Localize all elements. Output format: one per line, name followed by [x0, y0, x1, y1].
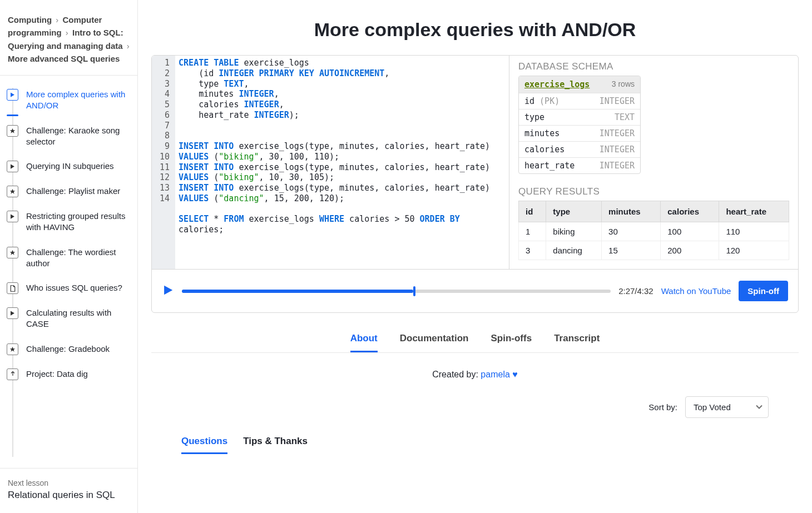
results-header: heart_rate — [719, 201, 789, 222]
schema-results-pane: DATABASE SCHEMA exercise_logs 3 rows id … — [509, 56, 798, 269]
line-gutter: 1234567891011121314 — [152, 56, 175, 269]
tab-bar: AboutDocumentationSpin-offsTranscript — [151, 333, 799, 353]
spinoff-button[interactable]: Spin-off — [739, 281, 788, 301]
star-icon — [7, 247, 18, 258]
breadcrumb-item[interactable]: Computing — [8, 15, 52, 24]
next-lesson[interactable]: Next lesson Relational queries in SQL — [0, 468, 137, 513]
sidebar-item-label: Challenge: Playlist maker — [26, 186, 120, 197]
subtab-bar: QuestionsTips & Thanks — [181, 436, 799, 454]
subtab-tips-thanks[interactable]: Tips & Thanks — [243, 436, 308, 454]
schema-column: calories INTEGER — [519, 141, 640, 157]
results-header: id — [519, 201, 546, 222]
play-time: 2:27/4:32 — [618, 286, 653, 296]
sidebar-item-label: Challenge: Gradebook — [26, 343, 110, 355]
sidebar-item[interactable]: Calculating results with CASE — [0, 301, 137, 337]
subtab-questions[interactable]: Questions — [181, 436, 227, 454]
created-by-prefix: Created by: — [432, 370, 481, 379]
sort-value: Top Voted — [694, 402, 731, 412]
sidebar-item-label: Challenge: Karaoke song selector — [26, 125, 130, 148]
star-icon — [7, 125, 18, 137]
play-icon[interactable] — [162, 284, 174, 298]
play-icon — [7, 307, 18, 319]
play-icon — [7, 89, 18, 101]
sidebar-item-label: Querying IN subqueries — [26, 161, 114, 172]
sidebar-item[interactable]: Querying IN subqueries — [0, 154, 137, 179]
breadcrumb-item[interactable]: More advanced SQL queries — [8, 54, 120, 63]
progress-track[interactable] — [182, 290, 611, 293]
sidebar-item-label: Calculating results with CASE — [26, 307, 130, 330]
table-row: 1biking30100110 — [519, 222, 789, 241]
results-table: idtypeminutescaloriesheart_rate 1biking3… — [518, 201, 789, 260]
code-editor[interactable]: 1234567891011121314 CREATE TABLE exercis… — [152, 56, 509, 269]
sidebar-item[interactable]: More complex queries with AND/OR — [0, 82, 137, 118]
code-panel: 1234567891011121314 CREATE TABLE exercis… — [151, 55, 799, 313]
schema-column: minutes INTEGER — [519, 125, 640, 141]
play-icon — [7, 161, 18, 172]
next-lesson-label: Next lesson — [8, 479, 130, 487]
page-title: More complex queries with AND/OR — [151, 0, 799, 55]
next-lesson-value: Relational queries in SQL — [8, 490, 130, 501]
code-area[interactable]: CREATE TABLE exercise_logs (id INTEGER P… — [175, 56, 509, 269]
sidebar-item-label: Restricting grouped results with HAVING — [26, 211, 130, 233]
schema-table: exercise_logs 3 rows id (PK) INTEGER typ… — [518, 76, 641, 174]
sidebar-item-label: Challenge: The wordiest author — [26, 247, 130, 270]
tab-documentation[interactable]: Documentation — [400, 333, 469, 352]
schema-row-count: 3 rows — [612, 79, 635, 89]
tab-spin-offs[interactable]: Spin-offs — [491, 333, 532, 352]
sidebar-item-label: More complex queries with AND/OR — [26, 89, 130, 112]
created-by: Created by: pamela ♥ — [151, 370, 799, 380]
sort-select[interactable]: Top Voted — [685, 396, 769, 418]
heart-icon[interactable]: ♥ — [512, 370, 518, 379]
sidebar: Computing › Computer programming › Intro… — [0, 0, 138, 513]
sort-row: Sort by: Top Voted — [151, 396, 769, 418]
playbar: 2:27/4:32 Watch on YouTube Spin-off — [152, 269, 798, 312]
sidebar-item[interactable]: Challenge: Playlist maker — [0, 179, 137, 204]
schema-table-name[interactable]: exercise_logs — [524, 79, 590, 89]
results-header: minutes — [602, 201, 661, 222]
youtube-link[interactable]: Watch on YouTube — [661, 286, 731, 296]
sidebar-item[interactable]: Restricting grouped results with HAVING — [0, 204, 137, 240]
sidebar-item[interactable]: Who issues SQL queries? — [0, 276, 137, 301]
play-icon — [7, 211, 18, 222]
sidebar-item-label: Project: Data dig — [26, 368, 88, 380]
schema-column: type TEXT — [519, 109, 640, 125]
sort-label: Sort by: — [648, 402, 677, 412]
lesson-list: More complex queries with AND/OR Challen… — [0, 76, 137, 468]
sidebar-item[interactable]: Challenge: Gradebook — [0, 337, 137, 362]
sidebar-item-label: Who issues SQL queries? — [26, 282, 122, 293]
schema-title: DATABASE SCHEMA — [518, 61, 789, 72]
star-icon — [7, 186, 18, 197]
schema-column: heart_rate INTEGER — [519, 157, 640, 173]
tab-transcript[interactable]: Transcript — [554, 333, 600, 352]
query-results-title: QUERY RESULTS — [518, 186, 789, 197]
arrow-icon — [7, 368, 18, 380]
sidebar-item[interactable]: Challenge: Karaoke song selector — [0, 118, 137, 155]
progress-knob[interactable] — [413, 286, 415, 296]
doc-icon — [7, 282, 18, 294]
sidebar-item[interactable]: Project: Data dig — [0, 362, 137, 387]
results-header: calories — [661, 201, 719, 222]
chevron-down-icon — [756, 402, 763, 412]
schema-column: id (PK) INTEGER — [519, 93, 640, 109]
progress-filled — [182, 290, 413, 293]
sidebar-item[interactable]: Challenge: The wordiest author — [0, 240, 137, 276]
results-header: type — [546, 201, 602, 222]
author-link[interactable]: pamela — [481, 370, 509, 379]
main: More complex queries with AND/OR 1234567… — [138, 0, 812, 513]
table-row: 3dancing15200120 — [519, 241, 789, 260]
tab-about[interactable]: About — [350, 333, 378, 352]
star-icon — [7, 343, 18, 355]
breadcrumb: Computing › Computer programming › Intro… — [0, 0, 137, 76]
